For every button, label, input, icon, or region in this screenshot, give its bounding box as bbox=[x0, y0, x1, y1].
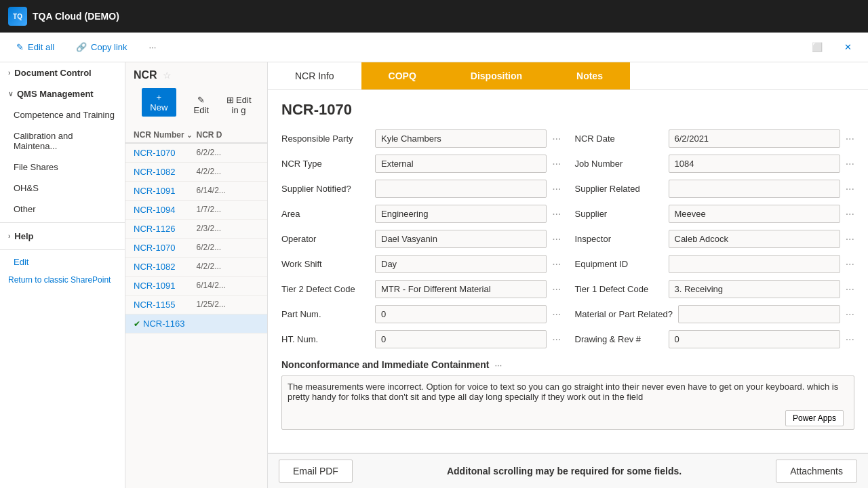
sidebar-item-document-control[interactable]: › Document Control bbox=[0, 62, 125, 83]
form-area: NCR-1070 Responsible Party ··· NCR Type bbox=[268, 90, 868, 453]
form-right-col: NCR Date ··· Job Number ··· Suppli bbox=[575, 129, 855, 348]
tier1-defect-label: Tier 1 Defect Code bbox=[575, 284, 663, 294]
col-header-ncr-number[interactable]: NCR Number bbox=[134, 130, 197, 140]
tier2-defect-dots[interactable]: ··· bbox=[552, 283, 561, 296]
edit-button[interactable]: ✎ Edit bbox=[187, 88, 216, 122]
list-item[interactable]: NCR-1126 2/3/2... bbox=[125, 220, 267, 239]
part-num-dots[interactable]: ··· bbox=[552, 308, 561, 321]
edit-in-grid-button[interactable]: ⊞ Edit in g bbox=[218, 88, 259, 122]
material-part-field: Material or Part Related? ··· bbox=[575, 305, 855, 323]
copy-link-button[interactable]: 🔗 Copy link bbox=[71, 39, 132, 55]
part-num-input[interactable] bbox=[375, 305, 547, 323]
supplier-input[interactable] bbox=[669, 205, 840, 223]
tier2-defect-field: Tier 2 Defect Code ··· bbox=[281, 280, 561, 298]
list-item-selected[interactable]: ✔ NCR-1163 bbox=[125, 314, 267, 333]
tier1-defect-field: Tier 1 Defect Code ··· bbox=[575, 280, 855, 298]
operator-dots[interactable]: ··· bbox=[552, 233, 561, 245]
tier1-defect-input[interactable] bbox=[669, 280, 840, 298]
nonconformance-dots[interactable]: ··· bbox=[494, 360, 502, 370]
ncr-type-input[interactable] bbox=[375, 155, 547, 173]
sidebar-item-competence-training[interactable]: Competence and Training bbox=[0, 104, 125, 125]
supplier-notified-dots[interactable]: ··· bbox=[552, 183, 561, 195]
responsible-party-input[interactable] bbox=[375, 129, 547, 148]
job-number-dots[interactable]: ··· bbox=[846, 158, 854, 170]
ht-num-dots[interactable]: ··· bbox=[552, 333, 561, 346]
sidebar-edit-link[interactable]: Edit bbox=[0, 253, 125, 271]
work-shift-dots[interactable]: ··· bbox=[552, 258, 561, 270]
job-number-label: Job Number bbox=[575, 159, 663, 169]
col-header-ncr-date[interactable]: NCR D bbox=[197, 130, 260, 140]
ncr-type-dots[interactable]: ··· bbox=[552, 158, 561, 170]
ncr-date-dots[interactable]: ··· bbox=[846, 133, 854, 145]
ncr-date-label: NCR Date bbox=[575, 134, 663, 144]
list-header: NCR ☆ bbox=[125, 62, 267, 88]
email-pdf-button[interactable]: Email PDF bbox=[279, 460, 353, 483]
work-shift-input[interactable] bbox=[375, 255, 547, 273]
tab-disposition[interactable]: Disposition bbox=[443, 62, 549, 89]
tab-ncr-info[interactable]: NCR Info bbox=[268, 62, 361, 89]
ncr-date-field: NCR Date ··· bbox=[575, 129, 855, 148]
drawing-rev-label: Drawing & Rev # bbox=[575, 334, 663, 344]
list-item[interactable]: NCR-1094 1/7/2... bbox=[125, 201, 267, 220]
material-part-input[interactable] bbox=[678, 305, 840, 323]
return-to-classic-link[interactable]: Return to classic SharePoint bbox=[0, 271, 125, 289]
sidebar-item-help[interactable]: › Help bbox=[0, 226, 125, 247]
list-item[interactable]: NCR-1091 6/14/2... bbox=[125, 182, 267, 201]
equipment-id-dots[interactable]: ··· bbox=[846, 258, 854, 270]
power-apps-button[interactable]: Power Apps bbox=[785, 410, 844, 426]
list-item[interactable]: NCR-1082 4/2/2... bbox=[125, 163, 267, 182]
attachments-button[interactable]: Attachments bbox=[776, 460, 857, 483]
tier1-defect-dots[interactable]: ··· bbox=[846, 283, 854, 296]
material-part-dots[interactable]: ··· bbox=[846, 308, 854, 321]
ncr-date-input[interactable] bbox=[669, 129, 840, 148]
supplier-dots[interactable]: ··· bbox=[846, 208, 854, 220]
list-item[interactable]: NCR-1155 1/25/2... bbox=[125, 296, 267, 314]
ncr-type-label: NCR Type bbox=[281, 159, 370, 169]
edit-all-button[interactable]: ✎ Edit all bbox=[11, 39, 60, 55]
sidebar-item-qms-management[interactable]: ∨ QMS Management bbox=[0, 83, 125, 104]
drawing-rev-dots[interactable]: ··· bbox=[846, 333, 854, 346]
new-button[interactable]: + New bbox=[142, 88, 176, 117]
sidebar-divider-2 bbox=[0, 249, 125, 250]
ht-num-input[interactable] bbox=[375, 330, 547, 348]
star-icon[interactable]: ☆ bbox=[163, 70, 172, 81]
responsible-party-dots[interactable]: ··· bbox=[552, 133, 561, 145]
list-item[interactable]: NCR-1082 4/2/2... bbox=[125, 258, 267, 277]
equipment-id-field: Equipment ID ··· bbox=[575, 255, 855, 273]
list-item[interactable]: NCR-1070 6/2/2... bbox=[125, 144, 267, 163]
list-item[interactable]: NCR-1091 6/14/2... bbox=[125, 277, 267, 296]
supplier-notified-label: Supplier Notified? bbox=[281, 184, 370, 194]
sidebar-item-calibration[interactable]: Calibration and Maintena... bbox=[0, 125, 125, 157]
sidebar-item-other[interactable]: Other bbox=[0, 199, 125, 220]
more-actions-button[interactable]: ··· bbox=[144, 39, 162, 55]
part-num-label: Part Num. bbox=[281, 309, 370, 319]
minimize-button[interactable]: ⬜ bbox=[806, 39, 828, 55]
supplier-related-dots[interactable]: ··· bbox=[846, 183, 854, 195]
area-input[interactable] bbox=[375, 205, 547, 223]
app-title: TQA Cloud (DEMO) bbox=[33, 11, 119, 22]
ht-num-label: HT. Num. bbox=[281, 334, 370, 344]
tab-copq[interactable]: COPQ bbox=[361, 62, 443, 89]
nonconformance-textarea[interactable]: The measurements were incorrect. Option … bbox=[281, 375, 854, 430]
bottom-bar: Email PDF Additonal scrolling may be req… bbox=[268, 453, 868, 488]
job-number-input[interactable] bbox=[669, 155, 840, 173]
equipment-id-input[interactable] bbox=[669, 255, 840, 273]
operator-input[interactable] bbox=[375, 230, 547, 248]
tab-notes[interactable]: Notes bbox=[549, 62, 630, 89]
close-button[interactable]: ✕ bbox=[839, 39, 857, 55]
supplier-related-input[interactable] bbox=[669, 180, 840, 198]
inspector-input[interactable] bbox=[669, 230, 840, 248]
tier2-defect-input[interactable] bbox=[375, 280, 547, 298]
tier2-defect-label: Tier 2 Defect Code bbox=[281, 284, 370, 294]
drawing-rev-input[interactable] bbox=[669, 330, 840, 348]
scroll-note: Additonal scrolling may be required for … bbox=[447, 466, 682, 476]
sidebar-divider bbox=[0, 222, 125, 223]
sidebar-item-file-shares[interactable]: File Shares bbox=[0, 157, 125, 178]
logo-icon: TQ bbox=[8, 7, 27, 26]
list-item[interactable]: NCR-1070 6/2/2... bbox=[125, 239, 267, 258]
sidebar-item-ohs[interactable]: OH&S bbox=[0, 178, 125, 199]
supplier-notified-input[interactable] bbox=[375, 180, 547, 198]
inspector-dots[interactable]: ··· bbox=[846, 233, 854, 245]
area-dots[interactable]: ··· bbox=[552, 208, 561, 220]
form-left-col: Responsible Party ··· NCR Type ··· bbox=[281, 129, 561, 348]
